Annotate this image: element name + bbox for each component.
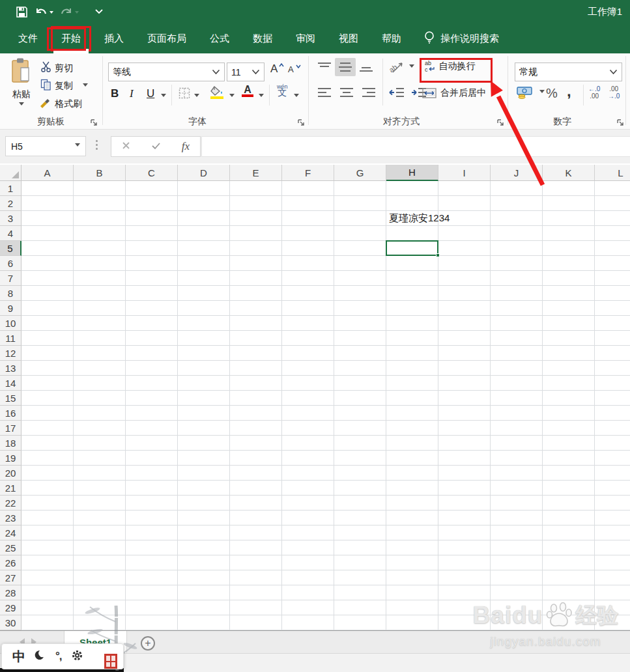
align-right-button[interactable] [361, 87, 377, 98]
row-header-10[interactable]: 10 [0, 316, 21, 331]
number-dialog-launcher-icon[interactable] [616, 117, 624, 125]
formula-input[interactable] [201, 136, 630, 157]
borders-button[interactable] [179, 87, 190, 99]
row-header-20[interactable]: 20 [0, 466, 21, 481]
font-dialog-launcher-icon[interactable] [297, 117, 305, 125]
tab-view[interactable]: 视图 [330, 27, 367, 50]
bottom-align-button[interactable] [358, 61, 374, 73]
middle-align-button[interactable] [335, 58, 356, 76]
cut-button[interactable]: 剪切 [40, 61, 73, 75]
underline-button[interactable]: U [147, 87, 154, 100]
fill-handle[interactable] [436, 253, 440, 257]
row-header-5[interactable]: 5 [0, 241, 21, 256]
row-header-29[interactable]: 29 [0, 600, 21, 615]
column-header-H[interactable]: H [386, 165, 438, 181]
merge-center-button[interactable]: 合并后居中 [422, 87, 486, 99]
comma-style-button[interactable]: , [567, 82, 571, 100]
column-header-I[interactable]: I [438, 165, 491, 181]
row-header-12[interactable]: 12 [0, 346, 21, 361]
row-header-19[interactable]: 19 [0, 451, 21, 466]
top-align-button[interactable] [317, 61, 332, 73]
enter-icon[interactable] [151, 141, 161, 152]
row-header-4[interactable]: 4 [0, 226, 21, 241]
copy-button[interactable]: 复制 [40, 79, 88, 93]
row-header-6[interactable]: 6 [0, 256, 21, 271]
orientation-button[interactable]: ab [389, 60, 414, 74]
tab-insert[interactable]: 插入 [95, 27, 133, 50]
add-sheet-button[interactable]: + [141, 636, 155, 651]
grow-font-button[interactable]: A [270, 63, 284, 76]
row-header-30[interactable]: 30 [0, 615, 21, 630]
font-name-combo[interactable]: 等线 [108, 63, 225, 81]
tell-me-search[interactable]: 操作说明搜索 [423, 31, 499, 47]
save-icon[interactable] [16, 6, 28, 18]
column-header-F[interactable]: F [282, 165, 334, 181]
alignment-dialog-launcher-icon[interactable] [496, 117, 504, 125]
chinese-mode-icon[interactable]: 中 [12, 648, 25, 665]
wrap-text-button[interactable]: ab c 自动换行 [425, 61, 476, 72]
row-header-11[interactable]: 11 [0, 331, 21, 346]
format-painter-button[interactable]: 格式刷 [39, 97, 82, 111]
column-header-K[interactable]: K [543, 165, 595, 181]
formula-bar-handle[interactable] [96, 140, 98, 150]
row-header-28[interactable]: 28 [0, 585, 21, 600]
row-header-15[interactable]: 15 [0, 391, 21, 406]
column-header-E[interactable]: E [230, 165, 282, 181]
column-header-L[interactable]: L [595, 165, 630, 181]
name-box-dropdown-icon[interactable] [75, 143, 80, 149]
shrink-font-button[interactable]: A [288, 64, 301, 74]
italic-button[interactable]: I [130, 87, 134, 100]
copy-dropdown-icon[interactable] [83, 83, 88, 89]
row-header-16[interactable]: 16 [0, 406, 21, 421]
decrease-indent-button[interactable] [388, 87, 405, 98]
insert-function-icon[interactable]: fx [182, 140, 190, 153]
row-header-17[interactable]: 17 [0, 421, 21, 436]
row-header-8[interactable]: 8 [0, 286, 21, 301]
paste-dropdown-icon[interactable] [19, 102, 24, 108]
row-header-23[interactable]: 23 [0, 511, 21, 525]
row-header-14[interactable]: 14 [0, 376, 21, 391]
punctuation-icon[interactable]: °, [55, 650, 62, 663]
borders-dropdown-icon[interactable] [194, 94, 199, 100]
orientation-dropdown-icon[interactable] [409, 64, 414, 70]
fill-color-button[interactable] [210, 86, 224, 99]
align-left-button[interactable] [317, 87, 332, 98]
tab-help[interactable]: 帮助 [373, 27, 410, 50]
name-box[interactable]: H5 [5, 136, 86, 156]
phonetic-dropdown-icon[interactable] [294, 94, 299, 100]
tab-page-layout[interactable]: 页面布局 [138, 27, 195, 50]
underline-dropdown-icon[interactable] [161, 94, 166, 100]
bold-button[interactable]: B [111, 87, 119, 100]
number-format-combo[interactable]: 常规 [515, 63, 622, 81]
font-size-combo[interactable]: 11 [227, 63, 265, 81]
select-all-button[interactable] [0, 165, 21, 181]
decrease-decimal-button[interactable]: .00 →.0 [608, 85, 620, 100]
row-header-22[interactable]: 22 [0, 496, 21, 511]
clipboard-dialog-launcher-icon[interactable] [90, 117, 98, 125]
row-header-18[interactable]: 18 [0, 436, 21, 451]
row-header-27[interactable]: 27 [0, 570, 21, 585]
font-color-button[interactable]: A [242, 85, 253, 97]
row-header-24[interactable]: 24 [0, 525, 21, 540]
phonetic-guide-button[interactable]: wén 文 [277, 84, 288, 96]
undo-dropdown-icon[interactable] [50, 11, 53, 16]
row-header-1[interactable]: 1 [0, 181, 21, 196]
tab-formulas[interactable]: 公式 [201, 27, 238, 50]
row-header-2[interactable]: 2 [0, 196, 21, 211]
accounting-format-button[interactable] [517, 86, 545, 99]
row-header-7[interactable]: 7 [0, 271, 21, 286]
tab-home[interactable]: 开始 [52, 27, 90, 50]
column-header-J[interactable]: J [491, 165, 543, 181]
fill-color-dropdown-icon[interactable] [229, 94, 235, 100]
tab-file[interactable]: 文件 [9, 27, 47, 50]
row-header-9[interactable]: 9 [0, 301, 21, 316]
gear-icon[interactable] [71, 649, 83, 664]
align-center-button[interactable] [339, 87, 354, 98]
column-header-D[interactable]: D [178, 165, 230, 181]
cells-area[interactable] [21, 181, 630, 630]
undo-button[interactable] [35, 6, 53, 18]
column-header-G[interactable]: G [334, 165, 386, 181]
column-header-B[interactable]: B [74, 165, 126, 181]
row-header-21[interactable]: 21 [0, 481, 21, 496]
row-header-13[interactable]: 13 [0, 361, 21, 376]
